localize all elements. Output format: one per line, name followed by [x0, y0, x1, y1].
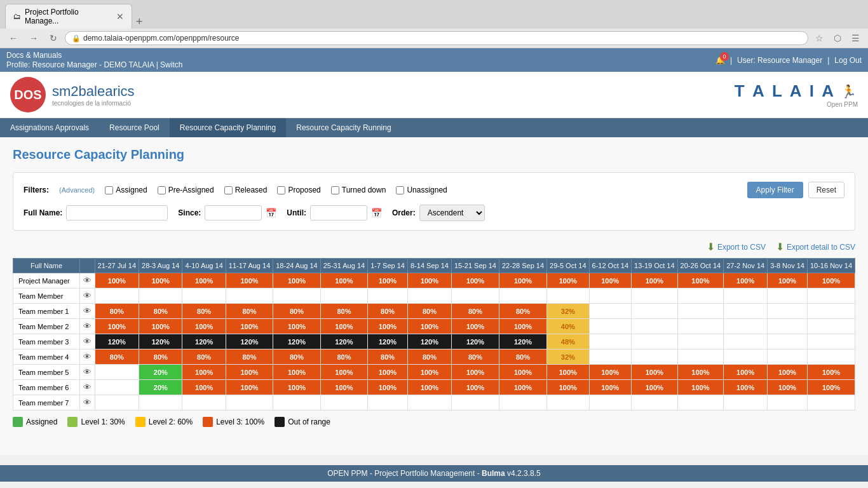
eye-icon[interactable]: 👁 [83, 291, 92, 301]
capacity-cell: 80% [95, 349, 139, 365]
checkbox-turned-down-input[interactable] [331, 186, 339, 194]
checkbox-turned-down-label: Turned down [342, 186, 386, 194]
legend-level2-label: Level 2: 60% [149, 417, 193, 426]
capacity-cell [632, 288, 678, 304]
checkbox-turned-down[interactable]: Turned down [331, 186, 386, 194]
bookmark-button[interactable]: ☆ [812, 32, 827, 44]
capacity-cell [95, 395, 139, 410]
checkbox-released[interactable]: Released [224, 186, 268, 194]
capacity-cell [368, 395, 408, 410]
capacity-cell: 100% [368, 380, 408, 395]
capacity-cell: 100% [226, 273, 273, 288]
checkbox-unassigned[interactable]: Unassigned [396, 186, 447, 194]
eye-icon[interactable]: 👁 [83, 352, 92, 362]
capacity-cell: 100% [451, 380, 499, 395]
dos-badge: DOS [10, 77, 46, 112]
top-bar-left: Docs & Manuals Profile: Resource Manager… [6, 51, 182, 69]
capacity-cell: 100% [320, 273, 367, 288]
legend-assigned: Assigned [13, 417, 57, 427]
row-icon-cell[interactable]: 👁 [80, 273, 95, 288]
capacity-cell: 100% [547, 365, 589, 380]
capacity-cell [807, 395, 855, 410]
export-detail-link[interactable]: ⬇ Export detail to CSV [776, 241, 855, 253]
col-header-6-12-oct: 6-12 Oct 14 [589, 259, 631, 273]
export-csv-label: Export to CSV [717, 243, 766, 252]
capacity-cell: 80% [320, 304, 367, 319]
reload-button[interactable]: ↻ [46, 32, 61, 44]
eye-icon[interactable]: 👁 [83, 337, 92, 346]
bell-icon[interactable]: 🔔 0 [715, 56, 725, 65]
advanced-filter-link[interactable]: (Advanced) [59, 186, 95, 194]
since-input[interactable] [205, 205, 262, 220]
row-icon-cell[interactable]: 👁 [80, 319, 95, 334]
eye-icon[interactable]: 👁 [83, 306, 92, 316]
eye-icon[interactable]: 👁 [83, 383, 92, 392]
capacity-cell: 48% [547, 334, 589, 349]
eye-icon[interactable]: 👁 [83, 398, 92, 407]
row-icon-cell[interactable]: 👁 [80, 395, 95, 410]
until-label: Until: [287, 208, 306, 217]
eye-icon[interactable]: 👁 [83, 276, 92, 285]
logo-left: DOS sm2balearics tecnologies de la infor… [10, 77, 135, 112]
table-row: Team member 6👁20%100%100%100%100%100%100… [13, 380, 855, 395]
col-header-20-26-oct: 20-26 Oct 14 [677, 259, 724, 273]
checkbox-assigned[interactable]: Assigned [105, 186, 147, 194]
capacity-cell [807, 349, 855, 365]
capacity-cell [724, 304, 768, 319]
nav-assignations[interactable]: Assignations Approvals [0, 118, 99, 137]
reset-filter-button[interactable]: Reset [808, 182, 844, 198]
capacity-cell [632, 349, 678, 365]
capacity-cell: 100% [95, 319, 139, 334]
checkbox-assigned-input[interactable] [105, 186, 113, 194]
checkbox-proposed[interactable]: Proposed [277, 186, 320, 194]
talaia-logo: T A L A I A 🏃 [735, 81, 858, 101]
address-bar[interactable]: 🔒 demo.talaia-openppm.com/openppm/resour… [65, 31, 808, 45]
forward-button[interactable]: → [25, 32, 42, 44]
row-icon-cell[interactable]: 👁 [80, 288, 95, 304]
row-icon-cell[interactable]: 👁 [80, 349, 95, 365]
checkbox-preassigned-input[interactable] [158, 186, 166, 194]
checkbox-unassigned-label: Unassigned [407, 186, 447, 194]
back-button[interactable]: ← [5, 32, 22, 44]
eye-icon[interactable]: 👁 [83, 322, 92, 331]
nav-capacity-running[interactable]: Resource Capacity Running [286, 118, 401, 137]
capacity-cell: 100% [226, 365, 273, 380]
fullname-input[interactable] [66, 205, 168, 220]
checkbox-released-input[interactable] [224, 186, 233, 194]
since-calendar-icon[interactable]: 📅 [266, 208, 276, 218]
capacity-table-wrapper: Full Name 21-27 Jul 14 28-3 Aug 14 4-10 … [13, 258, 855, 410]
row-icon-cell[interactable]: 👁 [80, 365, 95, 380]
export-csv-link[interactable]: ⬇ Export to CSV [707, 241, 766, 253]
nav-resource-pool[interactable]: Resource Pool [99, 118, 170, 137]
capacity-cell: 100% [139, 273, 182, 288]
capacity-cell: 120% [407, 334, 451, 349]
checkbox-preassigned[interactable]: Pre-Assigned [158, 186, 214, 194]
logout-link[interactable]: Log Out [834, 56, 862, 65]
openppm-sub: Open PPM [827, 101, 858, 108]
table-row: Team Member 2👁100%100%100%100%100%100%10… [13, 319, 855, 334]
talaia-text: T A L A I A [735, 81, 836, 101]
nav-capacity-planning[interactable]: Resource Capacity Planning [170, 118, 286, 137]
until-field-group: Until: 📅 [287, 205, 382, 220]
capacity-cell [589, 288, 631, 304]
until-calendar-icon[interactable]: 📅 [371, 208, 382, 218]
row-icon-cell[interactable]: 👁 [80, 334, 95, 349]
page-content: Resource Capacity Planning Filters: (Adv… [0, 137, 868, 455]
docs-manuals-link[interactable]: Docs & Manuals [6, 51, 182, 60]
checkbox-proposed-input[interactable] [277, 186, 285, 194]
capacity-cell: 100% [589, 380, 631, 395]
order-select[interactable]: Ascendent Descendent [419, 205, 485, 221]
capacity-cell [182, 395, 226, 410]
menu-button[interactable]: ☰ [848, 32, 863, 44]
until-input[interactable] [310, 205, 367, 220]
apply-filter-button[interactable]: Apply Filter [747, 182, 803, 198]
eye-icon[interactable]: 👁 [83, 367, 92, 377]
openppm-icon[interactable]: ⬡ [831, 32, 844, 44]
checkbox-unassigned-input[interactable] [396, 186, 404, 194]
capacity-cell [182, 288, 226, 304]
new-tab-button[interactable]: + [132, 15, 147, 29]
tab-close-button[interactable]: ✕ [116, 11, 124, 22]
capacity-cell [677, 395, 724, 410]
row-icon-cell[interactable]: 👁 [80, 304, 95, 319]
row-icon-cell[interactable]: 👁 [80, 380, 95, 395]
